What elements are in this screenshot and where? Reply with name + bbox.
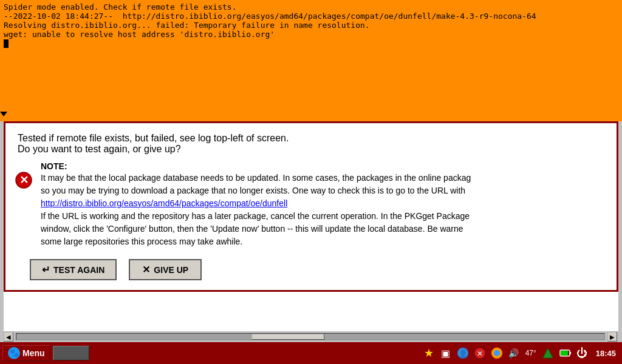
update-icon[interactable]	[541, 346, 555, 360]
svg-rect-10	[561, 351, 568, 356]
horizontal-scrollbar[interactable]: ◀ ▶	[4, 331, 618, 342]
note-link: http://distro.ibiblio.org/easyos/amd64/p…	[41, 197, 604, 210]
system-tray: ★ ▣ 👤 ✕ 🔊 47°	[422, 346, 620, 360]
clock: 18:45	[592, 349, 620, 358]
menu-button[interactable]: 🐾 Menu	[2, 345, 50, 361]
dialog-box: Tested if remote file exists, but failed…	[4, 121, 618, 292]
note-text-1: It may be that the local package databas…	[41, 172, 604, 184]
scroll-right-button[interactable]: ▶	[607, 332, 617, 342]
svg-text:👤: 👤	[458, 349, 467, 358]
terminal-output: Spider mode enabled. Check if remote fil…	[4, 2, 618, 39]
scroll-indicator	[0, 0, 7, 119]
taskbar-window-button[interactable]	[53, 346, 89, 360]
note-text-5: some large repositories this process may…	[41, 235, 604, 248]
note-text-4: window, click the 'Configure' button, th…	[41, 223, 604, 235]
scrollbar-thumb[interactable]	[251, 334, 324, 340]
note-label: NOTE:	[41, 161, 604, 172]
dialog-main-text: Tested if remote file exists, but failed…	[18, 133, 604, 155]
network-icon[interactable]: 👤	[456, 346, 470, 360]
note-text-3: If the URL is working and the repository…	[41, 210, 604, 223]
svg-rect-11	[570, 352, 571, 354]
dialog-line2: Do you want to test again, or give up?	[18, 144, 604, 155]
scroll-arrow	[0, 112, 7, 116]
button-row: ↵ TEST AGAIN ✕ GIVE UP	[18, 259, 604, 280]
dialog-note-section: NOTE: It may be that the local package d…	[41, 161, 604, 248]
note-text-2: so you may be trying to download a packa…	[41, 184, 604, 197]
below-dialog-area	[4, 292, 618, 331]
svg-marker-8	[543, 348, 553, 358]
scrollbar-track[interactable]	[16, 333, 605, 340]
close-tray-icon[interactable]: ✕	[473, 346, 487, 360]
volume-icon[interactable]: 🔊	[507, 346, 521, 360]
browser-icon[interactable]	[490, 346, 504, 360]
terminal-area: Spider mode enabled. Check if remote fil…	[0, 0, 622, 121]
battery-icon[interactable]	[558, 346, 572, 360]
window-toggle-icon[interactable]: ▣	[439, 346, 453, 360]
svg-text:✕: ✕	[19, 174, 29, 186]
give-up-button[interactable]: ✕ GIVE UP	[129, 259, 202, 280]
shutdown-icon[interactable]: ⏻	[575, 346, 589, 360]
svg-point-7	[494, 350, 500, 356]
svg-text:✕: ✕	[477, 349, 483, 358]
battery-temp-icon: 47°	[524, 346, 538, 360]
test-again-button[interactable]: ↵ TEST AGAIN	[30, 259, 117, 280]
taskbar: 🐾 Menu ★ ▣ 👤 ✕ 🔊 47°	[0, 342, 622, 364]
test-again-icon: ↵	[42, 264, 50, 275]
give-up-icon: ✕	[142, 264, 150, 275]
error-icon: ✕	[15, 172, 32, 189]
bookmark-icon[interactable]: ★	[422, 346, 436, 360]
menu-icon: 🐾	[8, 347, 20, 359]
scroll-left-button[interactable]: ◀	[4, 332, 13, 342]
dialog-line1: Tested if remote file exists, but failed…	[18, 133, 604, 144]
